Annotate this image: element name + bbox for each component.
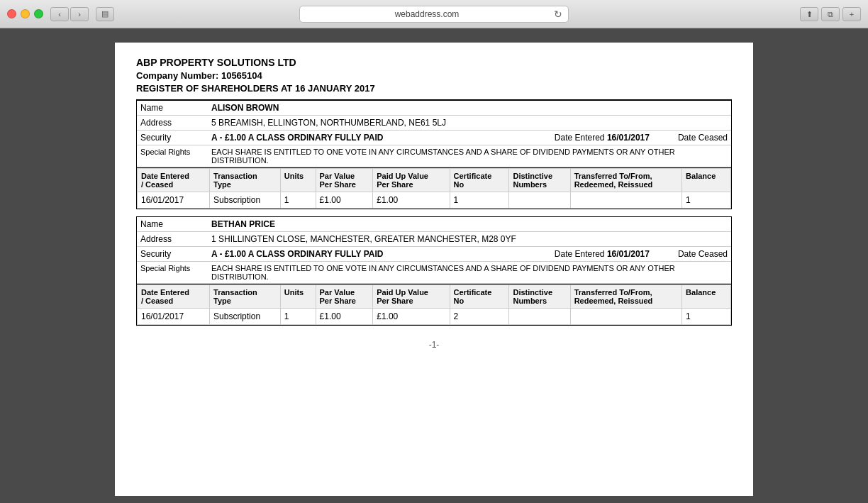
address-bar-container: webaddress.com ↻ (292, 6, 576, 23)
close-button[interactable] (7, 9, 16, 18)
td-distinctive-2-0 (509, 309, 570, 325)
th-distinctive-1: Distinctive Numbers (509, 169, 570, 192)
maximize-button[interactable] (34, 9, 43, 18)
sidebar-toggle-button[interactable]: ▤ (96, 7, 114, 21)
td-paid-2-0: £1.00 (373, 309, 450, 325)
table-header-row-1: Date Entered / Ceased Transaction Type U… (138, 169, 731, 192)
td-cert-2-0: 2 (450, 309, 509, 325)
reload-button[interactable]: ↻ (554, 9, 562, 20)
url-text: webaddress.com (306, 9, 548, 19)
special-rights-label-1: Special Rights (140, 148, 211, 165)
security-row-2: Security A - £1.00 A CLASS ORDINARY FULL… (137, 247, 731, 262)
td-type-2-0: Subscription (210, 309, 281, 325)
td-transferred-2-0 (570, 309, 681, 325)
add-tab-button[interactable]: + (842, 7, 861, 21)
titlebar: ‹ › ▤ webaddress.com ↻ ⬆ ⧉ + (0, 0, 868, 28)
td-type-1-0: Subscription (210, 192, 281, 209)
th-type-2: Transaction Type (210, 285, 281, 309)
security-dates-2: Date Entered 16/01/2017 Date Ceased (555, 249, 728, 259)
company-number-label: Company Number: (136, 70, 218, 81)
address-value-1: 5 BREAMISH, ELLINGTON, NORTHUMBERLAND, N… (211, 118, 728, 128)
share-table-2: Date Entered / Ceased Transaction Type U… (137, 284, 731, 325)
share-button[interactable]: ⬆ (800, 7, 818, 21)
th-par-2: Par Value Per Share (316, 285, 373, 309)
date-ceased-label-2: Date Ceased (678, 249, 728, 259)
th-type-1: Transaction Type (210, 169, 281, 192)
forward-button[interactable]: › (70, 7, 89, 21)
table-row: 16/01/2017 Subscription 1 £1.00 £1.00 2 … (138, 309, 731, 325)
share-table-wrapper-1: Date Entered / Ceased Transaction Type U… (136, 168, 732, 209)
name-value-2: BETHAN PRICE (211, 219, 728, 229)
td-transferred-1-0 (570, 192, 681, 209)
date-ceased-block-2: Date Ceased (678, 249, 728, 259)
company-number-value: 10565104 (221, 70, 262, 81)
name-value-1: ALISON BROWN (211, 103, 728, 113)
special-rights-value-1: EACH SHARE IS ENTITLED TO ONE VOTE IN AN… (211, 148, 728, 165)
td-units-1-0: 1 (280, 192, 316, 209)
td-date-2-0: 16/01/2017 (138, 309, 210, 325)
address-row-2: Address 1 SHILLINGTEN CLOSE, MANCHESTER,… (137, 232, 731, 247)
td-par-2-0: £1.00 (316, 309, 373, 325)
name-row-1: Name ALISON BROWN (137, 101, 731, 116)
security-label-2: Security (140, 249, 211, 259)
company-number: Company Number: 10565104 (136, 70, 732, 81)
shareholder-section-1: Name ALISON BROWN Address 5 BREAMISH, EL… (136, 100, 732, 168)
th-transferred-2: Transferred To/From, Redeemed, Reissued (570, 285, 681, 309)
security-value-2: A - £1.00 A CLASS ORDINARY FULLY PAID (211, 249, 555, 259)
date-ceased-block-1: Date Ceased (678, 133, 728, 143)
new-tab-button[interactable]: ⧉ (821, 7, 840, 21)
security-dates-1: Date Entered 16/01/2017 Date Ceased (555, 133, 728, 143)
security-label-1: Security (140, 133, 211, 143)
special-rights-row-1: Special Rights EACH SHARE IS ENTITLED TO… (137, 145, 731, 167)
th-balance-1: Balance (682, 169, 731, 192)
nav-buttons: ‹ › (50, 7, 89, 21)
th-distinctive-2: Distinctive Numbers (509, 285, 570, 309)
share-table-1: Date Entered / Ceased Transaction Type U… (137, 168, 731, 209)
th-paid-1: Paid Up Value Per Share (373, 169, 450, 192)
address-label-2: Address (140, 234, 211, 244)
th-units-1: Units (280, 169, 316, 192)
td-units-2-0: 1 (280, 309, 316, 325)
th-date-1: Date Entered / Ceased (138, 169, 210, 192)
date-entered-value-2: 16/01/2017 (607, 249, 650, 259)
address-bar[interactable]: webaddress.com ↻ (299, 6, 569, 23)
th-balance-2: Balance (682, 285, 731, 309)
th-units-2: Units (280, 285, 316, 309)
name-label-1: Name (140, 103, 211, 113)
address-row-1: Address 5 BREAMISH, ELLINGTON, NORTHUMBE… (137, 116, 731, 131)
back-button[interactable]: ‹ (50, 7, 69, 21)
name-row-2: Name BETHAN PRICE (137, 217, 731, 232)
special-rights-label-2: Special Rights (140, 264, 211, 281)
td-balance-1-0: 1 (682, 192, 731, 209)
th-paid-2: Paid Up Value Per Share (373, 285, 450, 309)
td-cert-1-0: 1 (450, 192, 509, 209)
shareholder-section-2: Name BETHAN PRICE Address 1 SHILLINGTEN … (136, 216, 732, 284)
address-value-2: 1 SHILLINGTEN CLOSE, MANCHESTER, GREATER… (211, 234, 728, 244)
table-header-row-2: Date Entered / Ceased Transaction Type U… (138, 285, 731, 309)
td-par-1-0: £1.00 (316, 192, 373, 209)
security-value-1: A - £1.00 A CLASS ORDINARY FULLY PAID (211, 133, 555, 143)
special-rights-value-2: EACH SHARE IS ENTITLED TO ONE VOTE IN AN… (211, 264, 728, 281)
traffic-lights (7, 9, 43, 18)
date-entered-label-1: Date Entered (555, 133, 605, 143)
table-row: 16/01/2017 Subscription 1 £1.00 £1.00 1 … (138, 192, 731, 209)
date-ceased-label-1: Date Ceased (678, 133, 728, 143)
th-transferred-1: Transferred To/From, Redeemed, Reissued (570, 169, 681, 192)
minimize-button[interactable] (21, 9, 30, 18)
special-rights-row-2: Special Rights EACH SHARE IS ENTITLED TO… (137, 262, 731, 284)
date-entered-value-1: 16/01/2017 (607, 133, 650, 143)
name-label-2: Name (140, 219, 211, 229)
company-name: ABP PROPERTY SOLUTIONS LTD (136, 57, 732, 68)
td-balance-2-0: 1 (682, 309, 731, 325)
date-entered-label-2: Date Entered (555, 249, 605, 259)
th-date-2: Date Entered / Ceased (138, 285, 210, 309)
toolbar-right: ⬆ ⧉ + (800, 7, 861, 21)
td-paid-1-0: £1.00 (373, 192, 450, 209)
th-cert-2: Certificate No (450, 285, 509, 309)
share-table-wrapper-2: Date Entered / Ceased Transaction Type U… (136, 284, 732, 326)
td-date-1-0: 16/01/2017 (138, 192, 210, 209)
th-cert-1: Certificate No (450, 169, 509, 192)
security-row-1: Security A - £1.00 A CLASS ORDINARY FULL… (137, 131, 731, 145)
address-label-1: Address (140, 118, 211, 128)
page-number: -1- (136, 340, 732, 350)
